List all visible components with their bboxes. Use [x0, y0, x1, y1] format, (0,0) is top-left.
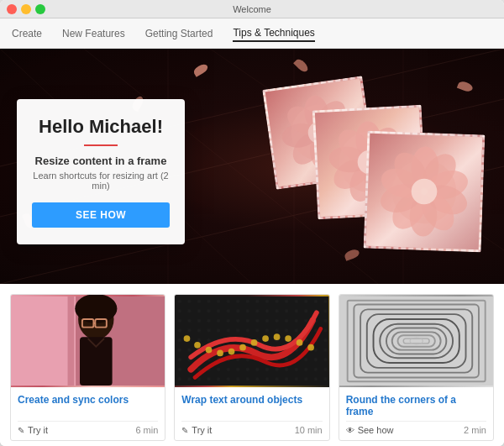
hero-greeting: Hello Michael!	[32, 116, 170, 138]
svg-point-56	[206, 347, 213, 354]
svg-point-65	[308, 344, 315, 351]
window-title: Welcome	[233, 4, 271, 14]
svg-point-61	[263, 335, 270, 342]
svg-rect-50	[80, 337, 113, 386]
card-wrap-image	[175, 295, 328, 387]
card-wrap-title: Wrap text around objects	[181, 394, 322, 406]
card-corners-action-label: See how	[358, 425, 394, 435]
card-wrap-action-label: Try it	[192, 425, 212, 435]
maximize-button[interactable]	[35, 4, 45, 14]
nav-item-new-features[interactable]: New Features	[62, 26, 125, 41]
svg-point-62	[274, 333, 281, 340]
nav-item-create[interactable]: Create	[12, 26, 42, 41]
card-wrap-duration: 10 min	[295, 425, 323, 435]
minimize-button[interactable]	[21, 4, 31, 14]
hero-section: Hello Michael! Resize content in a frame…	[0, 49, 504, 284]
nav-bar: Create New Features Getting Started Tips…	[0, 18, 504, 49]
photo-frame-3	[364, 131, 486, 253]
card-wrap-content: Wrap text around objects ✎ Try it 10 min	[175, 387, 328, 440]
eye-icon: 👁	[346, 426, 354, 435]
pencil-icon-2: ✎	[181, 426, 188, 435]
title-bar: Welcome	[0, 0, 504, 18]
card-corners-duration: 2 min	[464, 425, 486, 435]
hero-underline	[84, 144, 118, 146]
flower-svg-3	[366, 134, 483, 250]
nav-item-getting-started[interactable]: Getting Started	[145, 26, 213, 41]
hero-card: Hello Michael! Resize content in a frame…	[17, 99, 185, 244]
nav-item-tips-techniques[interactable]: Tips & Techniques	[233, 25, 314, 42]
card-wrap: Wrap text around objects ✎ Try it 10 min	[174, 294, 329, 441]
card-wrap-action[interactable]: ✎ Try it	[181, 425, 212, 435]
card-corners-footer: 👁 See how 2 min	[346, 421, 486, 435]
card-colors-image	[11, 295, 165, 387]
card-corners: Round the corners of a frame 👁 See how 2…	[339, 294, 494, 441]
svg-point-55	[194, 342, 201, 349]
card-colors-content: Create and sync colors ✎ Try it 6 min	[11, 387, 165, 440]
close-button[interactable]	[7, 4, 17, 14]
hero-subtitle: Resize content in a frame	[32, 155, 170, 167]
card-colors-footer: ✎ Try it 6 min	[18, 421, 158, 435]
card-corners-title: Round the corners of a frame	[346, 394, 486, 417]
pencil-icon-1: ✎	[18, 426, 24, 435]
colors-illustration	[11, 295, 165, 387]
svg-point-57	[218, 350, 224, 357]
card-wrap-footer: ✎ Try it 10 min	[181, 421, 322, 435]
svg-rect-42	[11, 296, 76, 386]
card-corners-image	[339, 295, 493, 387]
card-colors-action-label: Try it	[28, 425, 48, 435]
svg-point-64	[297, 339, 303, 346]
cards-section: Create and sync colors ✎ Try it 6 min	[0, 284, 504, 446]
card-colors-title: Create and sync colors	[18, 394, 158, 406]
card-corners-action[interactable]: 👁 See how	[346, 425, 394, 435]
traffic-lights	[7, 4, 45, 14]
svg-point-63	[286, 335, 292, 342]
svg-point-60	[251, 339, 258, 346]
svg-point-58	[228, 349, 235, 355]
hero-description: Learn shortcuts for resizing art (2 min)	[32, 171, 170, 191]
svg-rect-44	[68, 296, 75, 386]
card-corners-content: Round the corners of a frame 👁 See how 2…	[339, 387, 493, 440]
card-colors-action[interactable]: ✎ Try it	[18, 425, 48, 435]
svg-point-59	[240, 344, 247, 351]
card-colors: Create and sync colors ✎ Try it 6 min	[10, 294, 165, 441]
svg-point-54	[184, 335, 191, 342]
see-how-button[interactable]: SEE HOW	[32, 202, 170, 228]
app-window: Welcome Create New Features Getting Star…	[0, 0, 504, 446]
card-colors-duration: 6 min	[135, 425, 158, 435]
wrap-illustration	[175, 295, 328, 387]
corners-illustration	[339, 295, 493, 387]
